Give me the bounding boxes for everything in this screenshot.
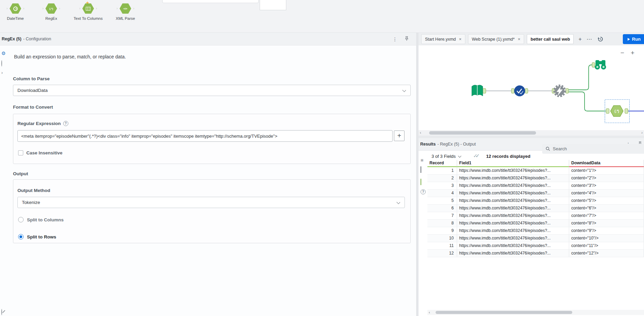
zoom-in-button[interactable]: + bbox=[631, 50, 634, 56]
version-history-icon[interactable] bbox=[598, 36, 603, 42]
column-header-record[interactable]: Record bbox=[427, 160, 457, 167]
browse-tool[interactable] bbox=[592, 60, 606, 70]
palette-tool-regex[interactable]: › (.*) › RegEx bbox=[36, 3, 67, 31]
regular-expression-input[interactable] bbox=[17, 130, 393, 142]
table-view-icon[interactable]: ≡ bbox=[421, 157, 423, 163]
split-view-icon[interactable] bbox=[421, 167, 421, 173]
table-row[interactable]: 8https://www.imdb.com/title/tt3032476/ep… bbox=[427, 220, 644, 227]
table-row[interactable]: 6https://www.imdb.com/title/tt3032476/ep… bbox=[427, 205, 644, 212]
table-row[interactable]: 1https://www.imdb.com/title/tt3032476/ep… bbox=[427, 167, 644, 175]
collapse-chevron-icon[interactable]: › bbox=[1, 69, 3, 75]
regex-tool-selected[interactable]: (.*) bbox=[605, 100, 630, 123]
output-anchor[interactable] bbox=[625, 109, 628, 113]
palette-tool-datetime[interactable]: › › DateTime bbox=[0, 3, 31, 31]
split-to-columns-option[interactable]: Split to Columns bbox=[18, 217, 64, 222]
input-anchor[interactable] bbox=[511, 88, 514, 93]
table-row[interactable]: 12https://www.imdb.com/title/tt3032476/e… bbox=[427, 250, 644, 257]
case-insensitive-checkbox-row[interactable]: Case Insensitive bbox=[18, 150, 63, 155]
split-to-rows-label: Split to Rows bbox=[27, 234, 56, 239]
table-cell: https://www.imdb.com/title/tt3032476/epi… bbox=[457, 235, 569, 242]
table-row[interactable]: 7https://www.imdb.com/title/tt3032476/ep… bbox=[427, 212, 644, 220]
tab-web-scrape[interactable]: Web Scrape (1).yxmd* × bbox=[468, 34, 524, 44]
table-cell: content="6"/> bbox=[569, 205, 644, 212]
column-header-downloaddata[interactable]: DownloadData bbox=[569, 160, 644, 167]
output-group: Output Method Tokenize Split to Columns … bbox=[13, 179, 411, 243]
close-icon[interactable]: × bbox=[459, 37, 462, 41]
case-insensitive-checkbox[interactable] bbox=[18, 150, 23, 155]
results-table-body: 1https://www.imdb.com/title/tt3032476/ep… bbox=[427, 167, 644, 257]
input-anchor[interactable] bbox=[606, 109, 609, 113]
zoom-out-button[interactable]: − bbox=[620, 50, 624, 56]
split-to-rows-option[interactable]: Split to Rows bbox=[18, 234, 56, 239]
regex-tool-icon: (.*) bbox=[45, 3, 57, 14]
canvas-horizontal-scrollbar[interactable]: ‹ › bbox=[419, 130, 644, 136]
table-cell: content="11"/> bbox=[569, 242, 644, 249]
xml-parse-tool-icon: </> bbox=[120, 3, 131, 14]
add-expression-button[interactable]: + bbox=[394, 130, 405, 141]
table-row[interactable]: 3https://www.imdb.com/title/tt3032476/ep… bbox=[427, 182, 644, 190]
table-cell: 10 bbox=[427, 235, 457, 242]
input-anchor[interactable] bbox=[592, 63, 595, 67]
table-cell: content="1"/> bbox=[569, 167, 644, 174]
input-data-tool[interactable] bbox=[472, 85, 486, 96]
table-row[interactable]: 10https://www.imdb.com/title/tt3032476/e… bbox=[427, 235, 644, 242]
double-check-icon[interactable]: ✓✓ bbox=[473, 153, 478, 159]
help-icon[interactable]: ? bbox=[63, 121, 68, 126]
help-icon[interactable]: ? bbox=[421, 189, 426, 194]
output-anchor-indicator[interactable] bbox=[421, 179, 421, 185]
table-cell: content="7"/> bbox=[569, 212, 644, 219]
tool-palette: › › DateTime › (.*) › RegEx ★ › › Text T… bbox=[0, 0, 644, 33]
output-method-dropdown[interactable]: Tokenize bbox=[17, 197, 405, 208]
new-tab-button[interactable]: + bbox=[578, 36, 581, 42]
output-anchor[interactable] bbox=[483, 88, 486, 93]
results-panel: Results - RegEx (5) - Output ⋮ ≡ ? 3 of … bbox=[419, 138, 644, 316]
table-cell: content="10"/> bbox=[569, 235, 644, 242]
wire-to-browse[interactable] bbox=[566, 65, 593, 90]
more-tabs-button[interactable]: ⋯ bbox=[587, 36, 592, 42]
output-anchor[interactable] bbox=[525, 88, 528, 93]
configuration-gear-icon[interactable]: ⚙ bbox=[1, 50, 6, 56]
anchor-chevron-icon: › bbox=[59, 6, 60, 11]
fields-dropdown[interactable]: 3 of 3 Fields bbox=[431, 154, 461, 159]
pin-icon[interactable] bbox=[405, 36, 409, 42]
table-row[interactable]: 5https://www.imdb.com/title/tt3032476/ep… bbox=[427, 197, 644, 205]
annotation-icon[interactable] bbox=[1, 60, 2, 67]
workflow-canvas[interactable]: − + bbox=[419, 45, 644, 136]
circle-slash-icon[interactable] bbox=[1, 309, 2, 315]
tab-better-call-saul-web[interactable]: better call saul web bbox=[527, 34, 574, 44]
scroll-left-icon[interactable]: ‹ bbox=[420, 130, 421, 135]
table-row[interactable]: 2https://www.imdb.com/title/tt3032476/ep… bbox=[427, 175, 644, 182]
scrollbar-thumb[interactable] bbox=[429, 131, 536, 135]
table-cell: 9 bbox=[427, 227, 457, 234]
results-search-box[interactable] bbox=[542, 144, 644, 154]
column-header-field1[interactable]: Field1 bbox=[457, 160, 569, 167]
table-row[interactable]: 4https://www.imdb.com/title/tt3032476/ep… bbox=[427, 190, 644, 197]
palette-tool-xml-parse[interactable]: › </> › XML Parse bbox=[110, 3, 141, 31]
kebab-menu-icon[interactable]: ⋮ bbox=[393, 37, 397, 42]
tool-label: DateTime bbox=[0, 16, 31, 21]
results-horizontal-scrollbar[interactable]: ‹ bbox=[427, 310, 644, 315]
download-tool[interactable] bbox=[552, 85, 568, 96]
run-button[interactable]: Run bbox=[623, 34, 644, 44]
table-cell: 4 bbox=[427, 190, 457, 197]
wire-to-regex[interactable] bbox=[566, 92, 606, 111]
scroll-right-icon[interactable]: › bbox=[641, 130, 643, 135]
panel-divider[interactable] bbox=[416, 33, 419, 316]
output-anchor[interactable] bbox=[566, 88, 568, 93]
close-icon[interactable]: × bbox=[518, 37, 520, 41]
split-to-columns-radio[interactable] bbox=[18, 217, 24, 222]
table-row[interactable]: 11https://www.imdb.com/title/tt3032476/e… bbox=[427, 242, 644, 250]
column-to-parse-dropdown[interactable]: DownloadData bbox=[13, 85, 411, 96]
macro-tool[interactable] bbox=[511, 85, 528, 96]
tab-start-here[interactable]: Start Here.yxmd × bbox=[421, 34, 465, 44]
table-row[interactable]: 9https://www.imdb.com/title/tt3032476/ep… bbox=[427, 227, 644, 235]
configuration-side-strip: ⚙ › bbox=[0, 45, 8, 316]
split-to-rows-radio[interactable] bbox=[18, 234, 24, 239]
search-input[interactable] bbox=[553, 146, 628, 151]
palette-tool-text-to-columns[interactable]: ★ › › Text To Columns bbox=[73, 3, 104, 31]
scroll-left-icon[interactable]: ‹ bbox=[429, 310, 430, 314]
table-cell: content="2"/> bbox=[569, 175, 644, 182]
tab-label: Web Scrape (1).yxmd* bbox=[472, 37, 515, 42]
configuration-subtitle: - Configuration bbox=[23, 37, 51, 41]
scrollbar-thumb[interactable] bbox=[436, 311, 572, 314]
